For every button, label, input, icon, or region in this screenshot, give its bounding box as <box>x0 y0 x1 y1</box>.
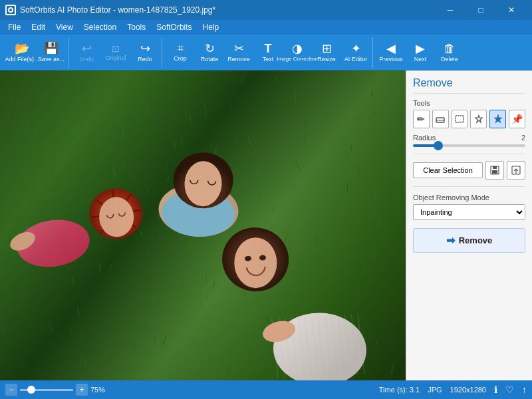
format-label: JPG <box>428 386 442 394</box>
titlebar: SoftOrbits AI Photo Editor - women-14878… <box>0 0 532 20</box>
menu-file[interactable]: File <box>3 21 26 33</box>
image-correction-button[interactable]: ◑ Image Correction <box>283 39 311 66</box>
zoom-out-button[interactable]: − <box>5 384 17 396</box>
edit-tools-group: ⌗ Crop ↻ Rotate ✂ Remove T Text ◑ Image … <box>164 37 373 68</box>
save-icon: 💾 <box>44 43 59 55</box>
next-icon: ▶ <box>416 43 425 55</box>
crop-label: Crop <box>174 55 187 62</box>
crop-button[interactable]: ⌗ Crop <box>166 39 194 66</box>
add-files-button[interactable]: 📂 Add File(s)... <box>8 39 36 66</box>
heart-icon[interactable]: ♡ <box>505 384 514 395</box>
delete-icon: 🗑 <box>444 43 456 55</box>
menu-help[interactable]: Help <box>198 21 225 33</box>
undo-label: Undo <box>79 56 94 63</box>
share-icon[interactable]: ↑ <box>522 384 527 395</box>
maximize-button[interactable]: □ <box>466 0 496 20</box>
save-as-button[interactable]: 💾 Save as... <box>37 39 65 66</box>
svg-marker-7 <box>494 114 502 123</box>
save-mask-button[interactable] <box>485 161 504 180</box>
zoom-in-button[interactable]: + <box>76 384 88 396</box>
load-mask-icon <box>511 166 521 175</box>
wand-icon <box>473 114 484 124</box>
svg-marker-6 <box>475 115 482 122</box>
mode-section: Object Removing Mode Inpainting Content-… <box>413 194 525 220</box>
add-files-label: Add File(s)... <box>5 56 39 63</box>
rectangle-tool-button[interactable] <box>452 110 468 128</box>
ai-editor-label: AI Editor <box>344 56 368 63</box>
redo-label: Redo <box>138 56 152 63</box>
delete-button[interactable]: 🗑 Delete <box>436 39 464 66</box>
zoom-level: 75% <box>90 386 105 394</box>
pin-tool-button[interactable]: 📌 <box>509 110 525 128</box>
ai-editor-icon: ✦ <box>351 43 361 55</box>
undo-icon: ↩ <box>82 43 92 55</box>
next-button[interactable]: ▶ Next <box>406 39 434 66</box>
toolbar: 📂 Add File(s)... 💾 Save as... ↩ Undo ⊡ O… <box>0 35 532 70</box>
menu-view[interactable]: View <box>51 21 78 33</box>
ai-editor-button[interactable]: ✦ AI Editor <box>342 39 370 66</box>
rotate-label: Rotate <box>201 56 219 63</box>
clear-selection-button[interactable]: Clear Selection <box>413 162 483 178</box>
star-wand-icon <box>493 114 503 124</box>
menu-edit[interactable]: Edit <box>26 21 51 33</box>
history-tools-group: ↩ Undo ⊡ Original ↪ Redo <box>70 37 162 68</box>
resolution-label: 1920x1280 <box>450 386 486 394</box>
pencil-tool-button[interactable]: ✏ <box>413 110 430 128</box>
previous-icon: ◀ <box>386 43 396 55</box>
statusbar: − + 75% Time (s): 3.1 JPG 1920x1280 ℹ ♡ … <box>0 380 532 399</box>
text-label: Text <box>263 56 274 63</box>
rotate-icon: ↻ <box>205 43 215 55</box>
divider-2 <box>413 186 525 187</box>
previous-button[interactable]: ◀ Previous <box>377 39 405 66</box>
star-wand-tool-button[interactable] <box>489 110 506 128</box>
crop-icon: ⌗ <box>178 43 184 54</box>
text-button[interactable]: T Text <box>254 39 282 66</box>
statusbar-left: − + 75% <box>5 384 105 396</box>
previous-label: Previous <box>379 56 402 63</box>
menu-selection[interactable]: Selection <box>78 21 122 33</box>
delete-label: Delete <box>441 56 458 63</box>
undo-button[interactable]: ↩ Undo <box>72 39 100 66</box>
radius-slider[interactable] <box>413 144 525 147</box>
eraser-tool-button[interactable] <box>432 110 449 128</box>
file-tools-group: 📂 Add File(s)... 💾 Save as... <box>5 37 68 68</box>
remove-button[interactable]: ➡ Remove <box>413 228 525 253</box>
time-label: Time (s): 3.1 <box>379 386 420 394</box>
minimize-button[interactable]: ─ <box>435 0 466 20</box>
statusbar-right: Time (s): 3.1 JPG 1920x1280 ℹ ♡ ↑ <box>379 384 527 395</box>
rectangle-icon <box>454 114 465 124</box>
svg-rect-10 <box>493 166 497 169</box>
remove-arrow-icon: ➡ <box>446 234 455 247</box>
divider-1 <box>413 154 525 154</box>
photo-canvas[interactable] <box>0 70 406 380</box>
mode-label: Object Removing Mode <box>413 194 525 201</box>
info-icon[interactable]: ℹ <box>494 384 497 395</box>
tools-section: Tools ✏ 📌 <box>413 99 525 128</box>
rotate-button[interactable]: ↻ Rotate <box>196 39 223 66</box>
original-button[interactable]: ⊡ Original <box>102 39 130 66</box>
remove-tool-icon: ✂ <box>234 43 244 55</box>
load-mask-button[interactable] <box>507 161 525 180</box>
canvas-area[interactable] <box>0 70 406 380</box>
menubar: File Edit View Selection Tools SoftOrbit… <box>0 20 532 35</box>
remove-tool-button[interactable]: ✂ Remove <box>225 39 253 66</box>
menu-tools[interactable]: Tools <box>122 21 151 33</box>
tools-row: ✏ 📌 <box>413 110 525 128</box>
redo-button[interactable]: ↪ Redo <box>131 39 159 66</box>
radius-section: Radius 2 <box>413 134 525 147</box>
wand-tool-button[interactable] <box>470 110 487 128</box>
redo-icon: ↪ <box>140 43 150 55</box>
save-as-label: Save as... <box>38 56 65 63</box>
zoom-slider[interactable] <box>20 389 73 391</box>
next-label: Next <box>414 56 427 63</box>
panel-title: Remove <box>413 77 525 94</box>
close-button[interactable]: ✕ <box>496 0 527 20</box>
resize-button[interactable]: ⊞ Resize <box>313 39 340 66</box>
titlebar-title: SoftOrbits AI Photo Editor - women-14878… <box>20 5 215 15</box>
save-mask-icon <box>490 166 499 175</box>
mode-select[interactable]: Inpainting Content-Aware Fill Solid Colo… <box>413 204 525 220</box>
svg-point-2 <box>9 9 12 11</box>
app-icon <box>5 5 16 15</box>
menu-softorbits[interactable]: SoftOrbits <box>151 21 197 33</box>
text-icon: T <box>265 43 272 55</box>
